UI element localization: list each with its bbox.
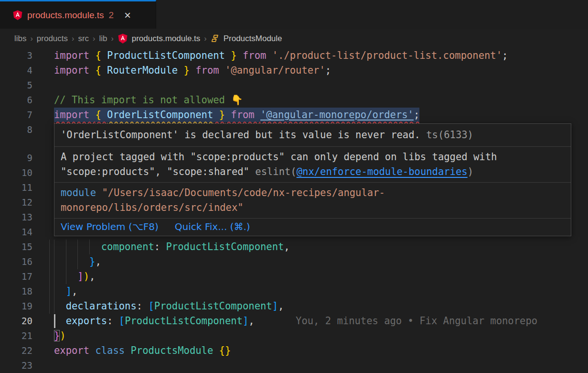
code-token: import xyxy=(54,65,95,76)
code-line-21[interactable]: 21}) xyxy=(0,329,588,343)
editor-tab-bar: products.module.ts 2 × xyxy=(0,0,588,29)
breadcrumb-item-products[interactable]: products xyxy=(37,34,68,44)
hover-text: eslint( xyxy=(255,166,296,177)
tab-problems-badge: 2 xyxy=(109,10,114,21)
text-cursor xyxy=(54,314,55,328)
code-line-18[interactable]: 18 ], xyxy=(0,284,588,299)
indent-guide xyxy=(49,254,50,269)
line-number: 3 xyxy=(0,48,48,63)
breadcrumb-separator: › xyxy=(111,34,113,43)
hover-text: ) xyxy=(468,166,473,177)
code-token: OrderListComponent xyxy=(107,109,213,121)
breadcrumb-label: libs xyxy=(14,34,27,44)
code-token: ; xyxy=(325,65,331,76)
code-token: , xyxy=(95,256,101,267)
code-token: ; xyxy=(502,50,508,61)
tab-products-module-ts[interactable]: products.module.ts 2 × xyxy=(0,0,156,29)
code-line-5[interactable]: 5 xyxy=(0,78,588,93)
code-token: declarations xyxy=(66,300,137,312)
code-token xyxy=(54,315,66,327)
angular-icon xyxy=(118,33,128,44)
code-token: ProductListComponent xyxy=(154,300,272,312)
breadcrumb-separator: › xyxy=(204,34,206,43)
line-number: 5 xyxy=(0,78,48,93)
code-token: , xyxy=(72,285,77,297)
tab-file-icon-slot xyxy=(12,10,23,21)
hover-message-1: 'OrderListComponent' is declared but its… xyxy=(54,124,571,147)
hover-text: module xyxy=(61,187,96,198)
breadcrumb-label: ProductsModule xyxy=(224,34,282,44)
code-token: from xyxy=(237,50,272,61)
line-number: 15 xyxy=(0,240,48,254)
breadcrumb-item-src[interactable]: src xyxy=(78,34,89,44)
breadcrumb-separator: › xyxy=(31,34,33,43)
code-token: export xyxy=(54,345,95,356)
code-line-4[interactable]: 4import { RouterModule } from '@angular/… xyxy=(0,63,588,78)
code-token: exports xyxy=(66,315,107,327)
code-token: } xyxy=(225,50,237,61)
code-line-15[interactable]: 15 component: ProductListComponent, xyxy=(0,240,588,254)
code-token: from xyxy=(225,109,260,121)
code-token: from xyxy=(190,65,225,76)
code-line-17[interactable]: 17 ]), xyxy=(0,269,588,284)
line-number: 4 xyxy=(0,63,48,78)
code-line-3[interactable]: 3import { ProductListComponent } from '.… xyxy=(0,48,588,63)
code-token: } xyxy=(54,256,95,267)
view-problem-button[interactable]: View Problem (⌥F8) xyxy=(61,221,159,232)
breadcrumb-item-productsmodule[interactable]: ProductsModule xyxy=(211,34,282,44)
code-token: , xyxy=(89,271,95,282)
code-token: , xyxy=(248,315,254,327)
code-line-23[interactable]: 23 xyxy=(0,358,588,373)
quick-fix-button[interactable]: Quick Fix... (⌘.) xyxy=(175,221,250,232)
line-number: 7 xyxy=(0,108,48,122)
hover-message-3: module "/Users/isaac/Documents/code/nx-r… xyxy=(54,183,571,219)
code-line-6[interactable]: 6// This import is not allowed 👇 xyxy=(0,93,588,108)
line-number: 8 xyxy=(0,122,48,137)
line-number: 18 xyxy=(0,284,48,299)
line-number: 17 xyxy=(0,269,48,284)
code-line-16[interactable]: 16 }, xyxy=(0,254,588,269)
class-symbol-icon xyxy=(211,34,220,43)
line-number: 10 xyxy=(0,165,48,180)
tab-title: products.module.ts xyxy=(27,10,104,21)
eslint-rule-link[interactable]: @nx/enforce-module-boundaries xyxy=(297,166,468,177)
line-number: 20 xyxy=(0,314,48,329)
code-line-20[interactable]: 20 exports: [ProductListComponent],You, … xyxy=(0,314,588,329)
indent-guide xyxy=(49,299,50,314)
breadcrumb-item-lib[interactable]: lib xyxy=(99,34,107,44)
code-line-19[interactable]: 19 declarations: [ProductListComponent], xyxy=(0,299,588,314)
code-token: [ xyxy=(119,315,125,327)
code-token: : xyxy=(154,241,166,252)
line-number: 21 xyxy=(0,329,48,343)
breadcrumb-item-libs[interactable]: libs xyxy=(14,34,27,44)
error-hover-widget: 'OrderListComponent' is declared but its… xyxy=(54,123,571,236)
line-number: 11 xyxy=(0,180,48,195)
indent-guide xyxy=(49,269,50,284)
code-token: ) xyxy=(84,271,89,282)
close-icon[interactable]: × xyxy=(124,10,131,21)
breadcrumb: libs›products›src›lib› products.module.t… xyxy=(0,29,588,48)
breadcrumb-item-products-module-ts[interactable]: products.module.ts xyxy=(118,33,201,44)
code-token: component xyxy=(54,241,154,252)
breadcrumb-label: products.module.ts xyxy=(132,34,201,44)
code-token: { xyxy=(95,50,107,61)
code-token xyxy=(54,300,66,312)
code-token: , xyxy=(284,241,289,252)
code-token: '@angular-monorepo/orders' xyxy=(260,109,414,121)
line-number: 14 xyxy=(0,225,48,240)
code-token: RouterModule xyxy=(107,65,178,76)
code-token: {} xyxy=(219,345,231,356)
code-token: ] xyxy=(54,271,84,282)
code-line-22[interactable]: 22export class ProductsModule {} xyxy=(0,343,588,358)
line-number: 19 xyxy=(0,299,48,314)
code-token: class xyxy=(95,345,130,356)
code-token: } xyxy=(54,330,60,341)
code-token: { xyxy=(95,65,107,76)
line-number: 16 xyxy=(0,254,48,269)
code-line-7[interactable]: 7import { OrderListComponent } from '@an… xyxy=(0,108,588,122)
code-token: { xyxy=(95,109,107,121)
code-token: ; xyxy=(414,109,419,121)
hover-message-2: A project tagged with "scope:products" c… xyxy=(54,147,571,183)
line-number: 9 xyxy=(0,151,48,165)
code-token: } xyxy=(213,109,225,121)
